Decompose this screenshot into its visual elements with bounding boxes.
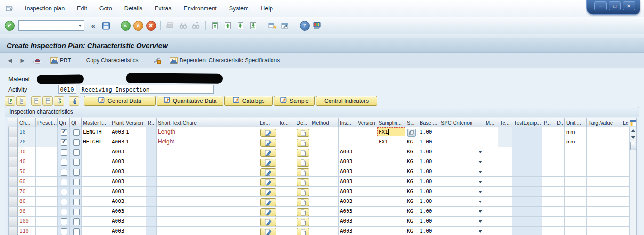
column-header-targ[interactable]: Targ.Value xyxy=(587,118,621,127)
cell-targ[interactable] xyxy=(587,167,621,177)
cell-d[interactable] xyxy=(555,177,565,187)
cell-version2[interactable] xyxy=(356,157,377,167)
deselect-all-button[interactable] xyxy=(16,96,26,106)
minimize-button[interactable]: ─ xyxy=(594,1,607,10)
detail-button[interactable] xyxy=(297,208,309,216)
cell-ins[interactable]: A003 xyxy=(339,157,356,167)
cell-method[interactable] xyxy=(310,177,339,187)
long-text-button[interactable] xyxy=(260,198,276,206)
shortcut-button[interactable] xyxy=(280,20,291,31)
cell-unit[interactable] xyxy=(565,197,587,207)
cell-s[interactable]: KG xyxy=(405,137,418,147)
cell-ch[interactable]: 50 xyxy=(18,167,36,177)
ql-checkbox[interactable] xyxy=(73,218,80,225)
cell-unit[interactable] xyxy=(565,217,587,227)
enter-button[interactable]: ✔ xyxy=(4,20,15,31)
cell-master[interactable] xyxy=(82,167,110,177)
spc-dropdown-icon[interactable] xyxy=(479,210,482,213)
row-selector[interactable] xyxy=(8,217,18,227)
cell-d[interactable] xyxy=(555,187,565,197)
unlock-button[interactable] xyxy=(69,96,79,106)
cell-spc[interactable] xyxy=(439,207,484,217)
cell-plant[interactable]: A003 xyxy=(110,147,124,157)
cell-d[interactable] xyxy=(555,167,565,177)
cell-m[interactable] xyxy=(484,177,498,187)
cell-version2[interactable] xyxy=(356,187,377,197)
cell-to[interactable] xyxy=(277,227,295,235)
cell-master[interactable]: LENGTH xyxy=(82,127,110,137)
detail-button[interactable] xyxy=(297,139,309,147)
cell-version[interactable] xyxy=(124,197,146,207)
cell-to[interactable] xyxy=(277,197,295,207)
cell-version[interactable] xyxy=(124,157,146,167)
cell-unit[interactable]: mm xyxy=(565,137,587,147)
cell-sampling[interactable] xyxy=(377,217,405,227)
menu-environment[interactable]: Environment xyxy=(177,3,223,14)
cell-s[interactable]: KG xyxy=(405,227,418,235)
cell-ch[interactable]: 100 xyxy=(18,217,36,227)
cell-m[interactable] xyxy=(484,147,498,157)
row-selector[interactable] xyxy=(8,207,18,217)
cell-p[interactable] xyxy=(542,157,555,167)
button-general-data[interactable]: General Data xyxy=(84,96,156,106)
cell-sampling[interactable]: FX1 xyxy=(377,137,405,147)
button-quantitative-data[interactable]: Quantitative Data xyxy=(157,96,223,106)
cell-sampling[interactable] xyxy=(377,207,405,217)
row-selector[interactable] xyxy=(8,127,18,137)
insert-line-button[interactable] xyxy=(31,96,41,106)
command-field-dropdown-icon[interactable] xyxy=(76,21,84,30)
cell-unit[interactable] xyxy=(565,157,587,167)
cell-plant[interactable]: A003 xyxy=(110,227,124,235)
cell-ch[interactable]: 70 xyxy=(18,187,36,197)
cell-sampling[interactable] xyxy=(377,227,405,235)
spc-dropdown-icon[interactable] xyxy=(479,181,482,183)
cell-ch[interactable]: 110 xyxy=(18,227,36,235)
cell-shorttext[interactable] xyxy=(157,147,258,157)
long-text-button[interactable] xyxy=(260,218,276,226)
column-header-master[interactable]: Master I... xyxy=(82,118,110,127)
system-menu-icon[interactable] xyxy=(5,4,14,13)
column-header-s[interactable]: S... xyxy=(405,118,418,127)
cell-d[interactable] xyxy=(555,207,565,217)
cell-s[interactable]: KG xyxy=(405,197,418,207)
qn-checkbox[interactable] xyxy=(61,129,67,136)
cell-unit[interactable] xyxy=(565,167,587,177)
spc-dropdown-icon[interactable] xyxy=(479,151,482,153)
cell-lc[interactable] xyxy=(621,187,629,197)
row-selector[interactable] xyxy=(8,197,18,207)
cell-shorttext[interactable] xyxy=(157,167,258,177)
cell-plant[interactable]: A003 xyxy=(110,127,124,137)
cell-method[interactable] xyxy=(310,197,339,207)
first-page-button[interactable] xyxy=(209,20,221,31)
cell-ch[interactable]: 40 xyxy=(18,157,36,167)
cell-s[interactable]: KG xyxy=(405,217,418,227)
help-button[interactable]: ? xyxy=(299,20,310,31)
column-header-version2[interactable]: Version xyxy=(356,118,377,127)
cell-spc[interactable] xyxy=(439,137,484,147)
column-header-ins[interactable]: Ins... xyxy=(339,118,356,127)
spc-dropdown-icon[interactable] xyxy=(479,230,482,233)
long-text-button[interactable] xyxy=(260,159,276,167)
cell-targ[interactable] xyxy=(587,217,621,227)
cell-ins[interactable]: A003 xyxy=(339,167,356,177)
cell-m[interactable] xyxy=(484,217,498,227)
cell-m[interactable] xyxy=(484,197,498,207)
cell-plant[interactable]: A003 xyxy=(110,137,124,147)
cell-plant[interactable]: A003 xyxy=(110,187,124,197)
cell-m[interactable] xyxy=(484,207,498,217)
cell-plant[interactable]: A003 xyxy=(110,217,124,227)
long-text-button[interactable] xyxy=(260,139,276,147)
cell-p[interactable] xyxy=(542,167,555,177)
menu-details[interactable]: Details xyxy=(118,3,149,14)
cell-version2[interactable] xyxy=(356,177,377,187)
close-button[interactable]: ✕ xyxy=(623,1,635,10)
cell-method[interactable] xyxy=(310,167,339,177)
cell-sampling[interactable] xyxy=(377,177,405,187)
cell-s[interactable]: KG xyxy=(405,207,418,217)
row-selector[interactable] xyxy=(8,147,18,157)
cell-version[interactable] xyxy=(124,207,146,217)
where-used-button[interactable] xyxy=(150,56,165,66)
cell-base[interactable]: 1.00 xyxy=(418,147,439,157)
cell-s[interactable]: KG xyxy=(405,187,418,197)
last-page-button[interactable] xyxy=(248,20,259,31)
